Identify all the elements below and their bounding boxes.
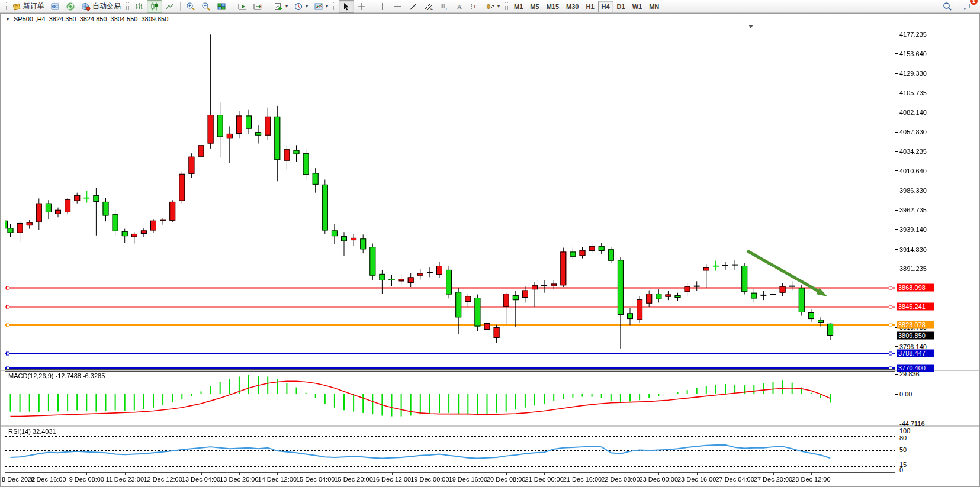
auto-trading-label: 自动交易 xyxy=(92,1,121,11)
time-axis-tick xyxy=(430,472,430,475)
chart-title-bar[interactable]: ▼ SP500-,H4 3824.3503824.8503804.5503809… xyxy=(2,15,168,23)
current-price-label: 3809.850 xyxy=(897,331,934,339)
time-axis-label: 9 Dec 08:00 xyxy=(69,476,104,483)
hline-price-label[interactable]: 3788.447 xyxy=(897,349,934,357)
new-chart-button[interactable]: ▾ xyxy=(271,0,291,13)
timeframe-button-w1[interactable]: W1 xyxy=(629,1,646,12)
time-axis-label: 27 Dec 20:00 xyxy=(754,476,792,483)
crosshair-button[interactable] xyxy=(354,0,369,13)
macd-pane-canvas[interactable] xyxy=(5,371,895,425)
price-axis-tick xyxy=(895,346,898,347)
time-axis-label: 28 Dec 12:00 xyxy=(792,476,830,483)
search-icon xyxy=(943,2,952,11)
time-axis-tick xyxy=(811,472,812,475)
ohlc-open: 3824.350 xyxy=(49,15,76,22)
notifications-button[interactable]: 1 xyxy=(959,0,974,13)
price-axis-label: 4177.235 xyxy=(899,31,927,38)
templates-button[interactable]: ▾ xyxy=(311,0,331,13)
toolbar-grip[interactable] xyxy=(333,2,336,11)
mt4-window: 新订单 自动交易 xyxy=(0,0,980,487)
main-chart-canvas[interactable] xyxy=(5,24,895,370)
macd-axis-label: -44.7116 xyxy=(899,420,925,427)
time-axis-tick xyxy=(49,472,49,475)
zoom-out-button[interactable] xyxy=(198,0,214,13)
equidistant-channel-icon: E xyxy=(424,2,433,11)
bar-chart-icon xyxy=(134,2,144,11)
svg-text:F: F xyxy=(446,7,448,11)
bar-chart-mode-button[interactable] xyxy=(131,0,147,13)
timeframe-button-d1[interactable]: D1 xyxy=(613,1,629,12)
timeframe-button-m5[interactable]: M5 xyxy=(526,1,542,12)
timeframe-button-mn[interactable]: MN xyxy=(645,1,663,12)
time-axis-label: 22 Dec 08:00 xyxy=(601,476,640,483)
timeframe-button-m15[interactable]: M15 xyxy=(543,1,563,12)
text-tool-button[interactable]: A xyxy=(452,0,467,13)
text-label-tool-button[interactable]: T xyxy=(467,0,483,13)
toolbar-grip[interactable] xyxy=(4,2,7,11)
chart-shift-marker-icon[interactable] xyxy=(748,25,753,28)
vertical-line-tool-button[interactable] xyxy=(375,0,390,13)
signals-button[interactable] xyxy=(63,0,78,13)
new-order-button[interactable]: 新订单 xyxy=(9,0,47,13)
price-axis-label: 4034.235 xyxy=(899,148,927,155)
price-axis-tick xyxy=(895,151,898,152)
chart-menu-caret-icon[interactable]: ▼ xyxy=(5,17,10,22)
trendline-tool-button[interactable] xyxy=(406,0,421,13)
timeframe-button-h4[interactable]: H4 xyxy=(598,1,613,12)
chart-shift-icon xyxy=(253,2,262,11)
zoom-in-button[interactable] xyxy=(183,0,198,13)
periods-button[interactable]: ▾ xyxy=(291,0,311,13)
time-axis-tick xyxy=(316,472,316,475)
time-axis-tick xyxy=(354,472,354,475)
cursor-button[interactable] xyxy=(339,0,354,13)
rsi-axis-label: 50 xyxy=(899,446,907,453)
toolbar-grip[interactable] xyxy=(505,2,508,11)
hline-price-label[interactable]: 3823.078 xyxy=(897,321,934,328)
timeframe-button-m30[interactable]: M30 xyxy=(563,1,582,12)
time-axis-tick xyxy=(621,472,621,475)
time-axis-tick xyxy=(583,472,583,475)
time-axis-tick xyxy=(697,472,698,475)
tile-windows-button[interactable] xyxy=(214,0,229,13)
macd-label: MACD(12,26,9) -12.7488 -6.3285 xyxy=(8,372,105,379)
main-toolbar: 新订单 自动交易 xyxy=(0,0,980,13)
fibonacci-tool-button[interactable]: F xyxy=(436,0,452,13)
ohlc-close: 3809.850 xyxy=(141,15,168,22)
timeframe-button-m1[interactable]: M1 xyxy=(510,1,526,12)
time-axis-tick xyxy=(11,472,11,475)
price-axis-tick xyxy=(895,229,898,230)
auto-trading-button[interactable]: 自动交易 xyxy=(78,0,124,13)
channel-tool-button[interactable]: E xyxy=(421,0,436,13)
toolbar-grip[interactable] xyxy=(126,2,129,11)
market-watch-button[interactable] xyxy=(47,0,63,13)
horizontal-line-tool-button[interactable] xyxy=(390,0,406,13)
new-order-icon xyxy=(12,2,21,11)
time-axis-label: 16 Dec 12:00 xyxy=(372,476,411,483)
auto-trading-icon xyxy=(81,2,91,11)
time-axis-label: 14 Dec 12:00 xyxy=(258,476,297,483)
candlestick-mode-button[interactable] xyxy=(147,0,162,13)
svg-text:A: A xyxy=(457,3,462,10)
dropdown-caret-icon: ▾ xyxy=(306,4,308,9)
shapes-icon xyxy=(486,2,495,11)
hline-price-label[interactable]: 3845.241 xyxy=(897,302,934,310)
hline-price-label[interactable]: 3770.400 xyxy=(897,364,934,372)
price-axis-tick xyxy=(895,191,898,191)
horizontal-line-icon xyxy=(393,2,403,11)
search-button[interactable] xyxy=(940,0,955,13)
timeframe-button-h1[interactable]: H1 xyxy=(582,1,597,12)
chart-shift-button[interactable] xyxy=(250,0,265,13)
zoom-out-icon xyxy=(201,2,211,11)
rsi-pane-canvas[interactable] xyxy=(5,427,895,475)
price-axis-label: 4105.735 xyxy=(899,89,927,96)
line-chart-mode-button[interactable] xyxy=(162,0,178,13)
auto-scroll-button[interactable] xyxy=(234,0,250,13)
fibonacci-icon: F xyxy=(439,2,449,11)
hline-price-label[interactable]: 3868.098 xyxy=(897,284,934,292)
price-axis-tick xyxy=(895,93,898,93)
price-axis-label: 4010.640 xyxy=(899,167,927,175)
time-axis-tick xyxy=(125,472,126,475)
time-axis-tick xyxy=(773,472,774,475)
shapes-tool-button[interactable]: ▾ xyxy=(483,0,503,13)
price-axis-tick xyxy=(895,170,898,171)
